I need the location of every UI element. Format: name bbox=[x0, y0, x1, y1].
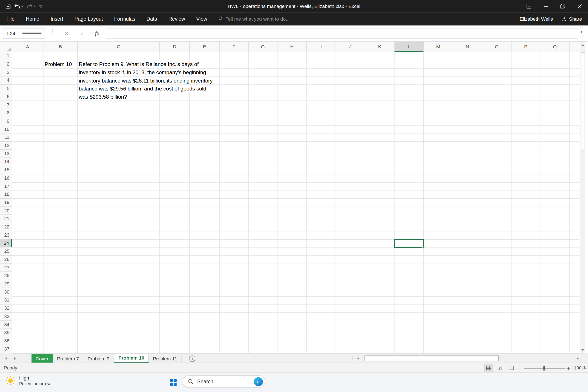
page-layout-view-button[interactable] bbox=[495, 364, 504, 372]
tell-me-box[interactable]: Tell me what you want to do... bbox=[218, 16, 290, 22]
sheet-tab-problem-10[interactable]: Problem 10 bbox=[114, 354, 149, 363]
zoom-level[interactable]: 100% bbox=[572, 363, 586, 373]
cell-C6[interactable]: was $293.58 billion? bbox=[79, 93, 128, 100]
row-header-37[interactable]: 37 bbox=[0, 345, 12, 353]
scroll-down-icon[interactable] bbox=[581, 349, 584, 351]
hscroll-left-icon[interactable] bbox=[358, 357, 359, 360]
row-header-28[interactable]: 28 bbox=[0, 272, 12, 280]
row-header-14[interactable]: 14 bbox=[0, 158, 12, 166]
row-header-9[interactable]: 9 bbox=[0, 117, 12, 125]
row-header-20[interactable]: 20 bbox=[0, 207, 12, 215]
sheet-tab-problem-7[interactable]: Problem 7 bbox=[53, 354, 84, 363]
cell-C4[interactable]: inventory balance was $28.11 billion, it… bbox=[79, 77, 214, 84]
column-header-E[interactable]: E bbox=[190, 42, 220, 52]
row-header-17[interactable]: 17 bbox=[0, 182, 12, 190]
row-header-16[interactable]: 16 bbox=[0, 174, 12, 182]
row-header-26[interactable]: 26 bbox=[0, 256, 12, 264]
tab-scrollbar-splitter[interactable]: ⋮ bbox=[350, 356, 355, 361]
row-header-24[interactable]: 24 bbox=[0, 240, 12, 248]
row-header-8[interactable]: 8 bbox=[0, 109, 12, 117]
column-header-M[interactable]: M bbox=[424, 42, 453, 52]
fill-handle[interactable] bbox=[422, 246, 424, 248]
ribbon-tab-file[interactable]: File bbox=[1, 12, 20, 26]
row-header-22[interactable]: 22 bbox=[0, 223, 12, 231]
cancel-entry-icon[interactable]: ✕ bbox=[62, 28, 71, 39]
ribbon-tab-home[interactable]: Home bbox=[20, 12, 45, 26]
sheet-tab-problem-9[interactable]: Problem 9 bbox=[84, 354, 114, 363]
hscroll-right-icon[interactable] bbox=[577, 357, 579, 360]
sheet-tab-cover[interactable]: Cover bbox=[32, 354, 53, 363]
row-header-35[interactable]: 35 bbox=[0, 329, 12, 337]
row-header-15[interactable]: 15 bbox=[0, 166, 12, 174]
restore-button[interactable] bbox=[554, 0, 571, 12]
column-header-L[interactable]: L bbox=[394, 42, 424, 52]
sheet-grid[interactable]: Problem 10Refer to Problem 9. What is Re… bbox=[12, 52, 580, 354]
ribbon-tab-page-layout[interactable]: Page Layout bbox=[69, 12, 108, 26]
row-header-7[interactable]: 7 bbox=[0, 101, 12, 109]
ribbon-tab-insert[interactable]: Insert bbox=[45, 12, 69, 26]
ribbon-tab-view[interactable]: View bbox=[191, 12, 213, 26]
confirm-entry-icon[interactable]: ✓ bbox=[77, 28, 87, 39]
zoom-slider-thumb[interactable] bbox=[543, 366, 545, 370]
row-header-4[interactable]: 4 bbox=[0, 76, 12, 85]
row-header-1[interactable]: 1 bbox=[0, 52, 12, 60]
formula-bar-grip[interactable]: ⋮ bbox=[50, 28, 56, 34]
zoom-in-button[interactable]: + bbox=[567, 363, 570, 373]
column-header-C[interactable]: C bbox=[78, 42, 160, 52]
vertical-scrollbar[interactable] bbox=[580, 42, 586, 354]
vertical-scrollbar-thumb[interactable] bbox=[581, 52, 585, 150]
formula-input[interactable] bbox=[106, 28, 578, 39]
cell-C3[interactable]: inventory in stock if, in 2013, the comp… bbox=[79, 68, 207, 76]
row-header-10[interactable]: 10 bbox=[0, 125, 12, 134]
row-header-5[interactable]: 5 bbox=[0, 85, 12, 93]
ribbon-tab-formulas[interactable]: Formulas bbox=[108, 12, 141, 26]
name-box[interactable]: L24 bbox=[3, 28, 45, 39]
cell-C5[interactable]: balance was $29.56 billion, and the cost… bbox=[79, 85, 207, 92]
user-name[interactable]: Elizabeth Wells bbox=[520, 16, 553, 22]
share-button[interactable]: Share bbox=[561, 16, 582, 22]
sheet-tab-problem-11[interactable]: Problem 11 bbox=[149, 354, 182, 363]
page-break-view-button[interactable] bbox=[506, 364, 516, 372]
row-header-2[interactable]: 2 bbox=[0, 60, 12, 68]
row-header-12[interactable]: 12 bbox=[0, 142, 12, 150]
column-header-B[interactable]: B bbox=[44, 42, 78, 52]
ribbon-display-options-button[interactable] bbox=[520, 0, 538, 12]
column-header-K[interactable]: K bbox=[365, 42, 394, 52]
tab-scroll-right-icon[interactable] bbox=[14, 357, 16, 360]
weather-widget[interactable]: High Pollen tomorrow bbox=[5, 375, 50, 386]
column-header-J[interactable]: J bbox=[336, 42, 365, 52]
column-header-P[interactable]: P bbox=[512, 42, 540, 52]
normal-view-button[interactable] bbox=[484, 364, 493, 372]
row-header-29[interactable]: 29 bbox=[0, 280, 12, 288]
column-header-A[interactable]: A bbox=[12, 42, 44, 52]
ribbon-tab-data[interactable]: Data bbox=[141, 12, 163, 26]
start-button[interactable] bbox=[166, 376, 180, 389]
row-header-33[interactable]: 33 bbox=[0, 312, 12, 321]
column-header-Q[interactable]: Q bbox=[540, 42, 570, 52]
column-header-H[interactable]: H bbox=[278, 42, 307, 52]
close-button[interactable] bbox=[571, 0, 588, 12]
row-header-11[interactable]: 11 bbox=[0, 134, 12, 142]
cell-C2[interactable]: Refer to Problem 9. What is Reliance Inc… bbox=[79, 60, 200, 68]
horizontal-scrollbar-thumb[interactable] bbox=[364, 356, 499, 361]
row-header-36[interactable]: 36 bbox=[0, 337, 12, 345]
row-header-3[interactable]: 3 bbox=[0, 68, 12, 76]
row-header-19[interactable]: 19 bbox=[0, 198, 12, 207]
column-header-G[interactable]: G bbox=[249, 42, 278, 52]
tab-scroll-left-icon[interactable] bbox=[5, 357, 7, 360]
row-header-13[interactable]: 13 bbox=[0, 150, 12, 158]
formula-bar-expand-icon[interactable]: ▾ bbox=[580, 29, 586, 34]
column-header-I[interactable]: I bbox=[307, 42, 336, 52]
minimize-button[interactable] bbox=[537, 0, 554, 12]
row-header-27[interactable]: 27 bbox=[0, 264, 12, 272]
ribbon-tab-review[interactable]: Review bbox=[163, 12, 191, 26]
row-header-18[interactable]: 18 bbox=[0, 190, 12, 198]
column-header-O[interactable]: O bbox=[482, 42, 512, 52]
row-header-32[interactable]: 32 bbox=[0, 304, 12, 313]
bing-icon[interactable]: b bbox=[254, 377, 263, 386]
row-header-31[interactable]: 31 bbox=[0, 296, 12, 304]
taskbar-search[interactable]: Search b bbox=[183, 376, 265, 388]
name-box-dropdown-icon[interactable] bbox=[22, 33, 42, 34]
new-sheet-button[interactable]: + bbox=[189, 355, 196, 362]
cell-B2[interactable]: Problem 10 bbox=[45, 60, 73, 68]
